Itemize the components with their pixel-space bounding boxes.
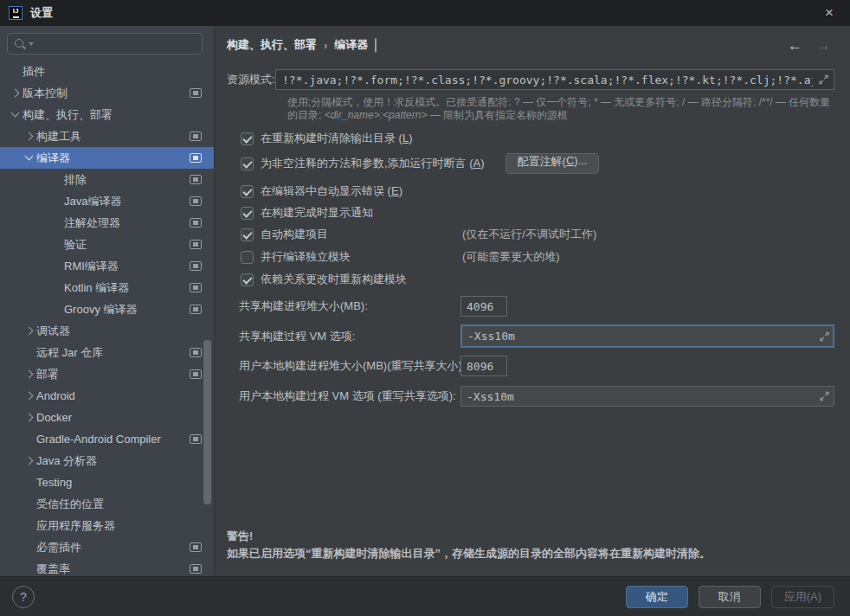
settings-dialog: IJ 设置 × 插件 版本控制 构建、执行、部署 构建工具	[0, 0, 850, 616]
field-label: 共享构建进程堆大小(MB):	[239, 298, 460, 314]
sidebar-item-label: 编译器	[36, 151, 70, 166]
checkbox-label: 在编辑器中自动显示错误 (E)	[261, 183, 402, 199]
sidebar-item-20[interactable]: 受信任的位置	[0, 493, 214, 515]
sidebar-item-11[interactable]: Groovy 编译器	[0, 298, 214, 320]
checkbox[interactable]	[241, 228, 254, 241]
sidebar-item-label: RMI编译器	[64, 259, 119, 274]
monitor-icon	[190, 175, 202, 184]
sidebar-item-5[interactable]: 排除	[0, 169, 214, 190]
apply-button: 应用(A)	[771, 586, 834, 608]
monitor-icon	[190, 132, 202, 141]
chevron-icon	[9, 67, 23, 76]
configure-annotations-button[interactable]: 配置注解(C)...	[505, 153, 600, 174]
sidebar-item-4[interactable]: 编译器	[0, 147, 214, 169]
monitor-icon	[190, 218, 202, 228]
warning-title: 警告!	[227, 528, 834, 545]
sidebar-item-6[interactable]: Java编译器	[0, 190, 214, 212]
checkbox-label: 并行编译独立模块	[261, 249, 351, 265]
sidebar-item-label: 应用程序服务器	[36, 518, 115, 534]
checkbox-row: 自动构建项目 (仅在不运行/不调试时工作)	[227, 227, 834, 242]
chevron-icon	[50, 262, 64, 271]
field-input[interactable]	[460, 356, 507, 376]
sidebar-item-9[interactable]: RMI编译器	[0, 255, 214, 277]
checkbox[interactable]	[241, 273, 254, 286]
monitor-icon	[190, 542, 202, 552]
chevron-icon	[23, 392, 36, 401]
sidebar-item-21[interactable]: 应用程序服务器	[0, 515, 214, 536]
sidebar-item-2[interactable]: 构建、执行、部署	[0, 104, 214, 125]
sidebar-item-label: Java编译器	[64, 194, 121, 209]
checkbox[interactable]	[241, 157, 254, 170]
sidebar-item-label: 部署	[36, 367, 59, 382]
settings-tree: 插件 版本控制 构建、执行、部署 构建工具 编译器 排除 Java编译器 注解处…	[0, 61, 214, 576]
expand-field-icon[interactable]	[819, 391, 830, 402]
monitor-icon	[190, 261, 202, 271]
sidebar-item-12[interactable]: 调试器	[0, 320, 214, 342]
checkbox[interactable]	[241, 207, 254, 220]
forward-arrow-icon: →	[816, 38, 831, 53]
chevron-icon	[23, 349, 36, 357]
expand-field-icon[interactable]	[818, 74, 829, 86]
sidebar-scrollbar[interactable]	[203, 340, 211, 504]
monitor-icon	[190, 196, 202, 206]
chevron-icon	[50, 197, 64, 206]
help-button[interactable]: ?	[12, 586, 35, 608]
sidebar-item-0[interactable]: 插件	[0, 61, 214, 82]
sidebar-item-16[interactable]: Docker	[0, 407, 214, 428]
checkbox-options: 在重新构建时清除输出目录 (L) 为非空注释的方法和参数,添加运行时断言 (A)…	[227, 122, 834, 287]
sidebar-item-1[interactable]: 版本控制	[0, 82, 214, 104]
logo-monogram: IJ	[13, 8, 19, 15]
settings-main-panel: 构建、执行、部署 › 编译器 ← → 资源模式:	[215, 26, 850, 576]
sidebar-item-10[interactable]: Kotlin 编译器	[0, 277, 214, 298]
sidebar-item-8[interactable]: 验证	[0, 234, 214, 255]
chevron-icon	[50, 284, 64, 292]
sidebar-item-label: Docker	[36, 411, 72, 424]
close-button[interactable]: ×	[817, 1, 841, 25]
breadcrumb-current: 编译器	[334, 37, 368, 53]
sidebar-item-13[interactable]: 远程 Jar 仓库	[0, 342, 214, 363]
search-input[interactable]	[39, 36, 196, 51]
search-history-chevron-icon[interactable]	[29, 42, 34, 46]
footer-buttons: 确定 取消 应用(A)	[626, 586, 834, 608]
resource-patterns-input[interactable]	[276, 74, 834, 87]
chevron-icon	[50, 241, 64, 249]
checkbox-row: 并行编译独立模块 (可能需要更大的堆)	[227, 249, 834, 265]
search-icon	[14, 38, 26, 50]
sidebar-item-19[interactable]: Testing	[0, 472, 214, 493]
field-input[interactable]	[460, 324, 834, 348]
sidebar-item-7[interactable]: 注解处理器	[0, 212, 214, 234]
sidebar-item-23[interactable]: 覆盖率	[0, 558, 214, 576]
sidebar-item-3[interactable]: 构建工具	[0, 125, 214, 147]
field-label: 共享构建过程 VM 选项:	[239, 329, 460, 344]
monitor-icon	[190, 564, 202, 574]
sidebar-item-18[interactable]: Java 分析器	[0, 450, 214, 472]
chevron-icon	[23, 414, 36, 422]
chevron-icon	[23, 500, 36, 509]
settings-search-box[interactable]	[7, 33, 203, 55]
sidebar-item-14[interactable]: 部署	[0, 363, 214, 385]
chevron-icon	[23, 565, 36, 574]
cancel-button[interactable]: 取消	[699, 586, 761, 608]
breadcrumb-parent[interactable]: 构建、执行、部署	[227, 37, 317, 53]
sidebar-item-15[interactable]: Android	[0, 385, 214, 407]
back-arrow-icon[interactable]: ←	[788, 38, 802, 53]
title-bar: IJ 设置 ×	[0, 0, 850, 26]
resource-patterns-row: 资源模式:	[227, 69, 834, 90]
sidebar-item-17[interactable]: Gradle-Android Compiler	[0, 428, 214, 450]
checkbox[interactable]	[241, 132, 254, 145]
sidebar-item-label: 构建工具	[36, 129, 81, 144]
ok-button[interactable]: 确定	[626, 586, 688, 608]
checkbox-note: (仅在不运行/不调试时工作)	[462, 227, 596, 242]
checkbox[interactable]	[241, 185, 254, 198]
project-level-icon	[375, 39, 377, 52]
checkbox-label: 为非空注释的方法和参数,添加运行时断言 (A)	[261, 156, 485, 171]
question-mark-icon: ?	[20, 590, 27, 604]
sidebar-item-label: Java 分析器	[36, 453, 97, 469]
monitor-icon	[190, 348, 202, 357]
field-input[interactable]	[460, 296, 507, 317]
expand-field-icon[interactable]	[819, 330, 830, 342]
chevron-icon	[23, 327, 36, 336]
sidebar-item-22[interactable]: 必需插件	[0, 536, 214, 558]
checkbox[interactable]	[241, 251, 254, 264]
field-input[interactable]	[460, 386, 834, 407]
